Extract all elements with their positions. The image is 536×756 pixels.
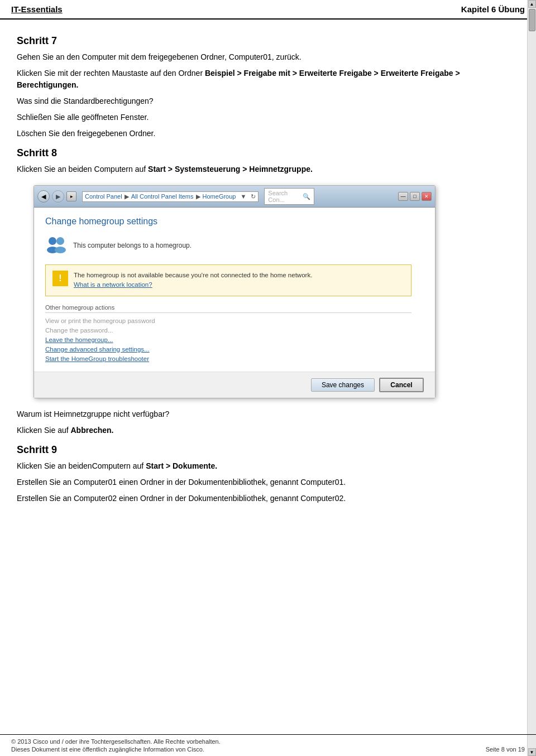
footer-disclaimer: Dieses Dokument ist eine öffentlich zugä… [11, 746, 204, 753]
save-changes-button[interactable]: Save changes [311, 378, 375, 392]
step8-instruction: Klicken Sie auf Abbrechen. [17, 425, 519, 436]
dialog-body: Change homegroup settings [34, 208, 435, 372]
homegroup-belongs-text: This computer belongs to a homegroup. [73, 242, 192, 249]
step8-instruction-bold: Abbrechen. [71, 426, 114, 435]
step8-question: Warum ist Heimnetzgruppe nicht verfügbar… [17, 408, 519, 420]
header-right-title: Kapitel 6 Übung [461, 4, 525, 14]
scroll-up-button[interactable]: ▲ [528, 0, 536, 8]
search-icon: 🔍 [303, 193, 310, 200]
back-button[interactable]: ◀ [37, 190, 50, 203]
forward-icon: ▶ [56, 193, 60, 200]
homegroup-dialog: ◀ ▶ ▸ Control Panel ▶ All Control Panel … [34, 185, 436, 398]
footer-copyright: © 2013 Cisco und / oder ihre Tochtergese… [11, 738, 525, 745]
maximize-icon: □ [413, 194, 416, 199]
step8-block: Schritt 8 Klicken Sie an beiden Computer… [17, 147, 519, 436]
step9-para1-bold: Start > Dokumente. [146, 461, 217, 470]
action-link-1[interactable]: Change the password... [45, 327, 422, 334]
step8-title: Schritt 8 [17, 147, 519, 159]
address-nav-icon[interactable]: ↻ [251, 193, 256, 200]
maximize-button[interactable]: □ [410, 192, 420, 201]
address-part-controlpanel: Control Panel [85, 193, 122, 200]
dialog-scrollbar[interactable]: ▲ ▼ [527, 0, 536, 756]
step7-para2: Klicken Sie mit der rechten Maustaste au… [17, 68, 519, 91]
main-content: Schritt 7 Gehen Sie an den Computer mit … [0, 20, 536, 546]
step9-title: Schritt 9 [17, 444, 519, 456]
step9-para2: Erstellen Sie an Computer01 einen Ordner… [17, 476, 519, 488]
address-bar[interactable]: Control Panel ▶ All Control Panel Items … [82, 191, 259, 202]
footer-bottom: Dieses Dokument ist eine öffentlich zugä… [11, 746, 525, 753]
address-separator1: ▶ [125, 193, 129, 200]
dialog-body-wrapper: Change homegroup settings [34, 208, 435, 372]
action-links-list: View or print the homegroup password Cha… [45, 317, 422, 362]
step7-para2-bold: Beispiel > Freigabe mit > Erweiterte Fre… [17, 69, 460, 89]
minimize-icon: — [401, 194, 406, 199]
footer-page-number: Seite 8 von 19 [486, 746, 525, 753]
step7-para4: Schließen Sie alle geöffneten Fenster. [17, 112, 519, 123]
homegroup-info: This computer belongs to a homegroup. [45, 234, 422, 257]
header-left-title: IT-Essentials [11, 4, 63, 14]
warning-link[interactable]: What is a network location? [74, 281, 152, 288]
step9-block: Schritt 9 Klicken Sie an beidenComputern… [17, 444, 519, 504]
action-link-0[interactable]: View or print the homegroup password [45, 317, 422, 324]
dialog-footer: Save changes Cancel [34, 372, 435, 398]
svg-point-3 [55, 247, 66, 253]
search-text: Search Con... [268, 190, 300, 203]
dropdown-button[interactable]: ▸ [66, 191, 76, 201]
window-controls: — □ ✕ [398, 192, 432, 201]
forward-button[interactable]: ▶ [52, 190, 64, 203]
homegroup-svg-icon [45, 234, 68, 257]
other-actions-title: Other homegroup actions [45, 304, 411, 313]
warning-content: The homegroup is not available because y… [74, 271, 312, 290]
warning-exclamation: ! [59, 273, 61, 283]
step9-para1: Klicken Sie an beidenComputern auf Start… [17, 460, 519, 472]
address-part-homegroup: HomeGroup [203, 193, 236, 200]
search-bar[interactable]: Search Con... 🔍 [264, 188, 314, 205]
scroll-thumb[interactable] [529, 9, 535, 31]
dialog-titlebar: ◀ ▶ ▸ Control Panel ▶ All Control Panel … [34, 186, 435, 208]
close-icon: ✕ [424, 194, 429, 199]
warning-icon: ! [52, 271, 68, 286]
dropdown-icon: ▸ [70, 194, 73, 199]
step8-para1: Klicken Sie an beiden Computern auf Star… [17, 163, 519, 175]
step9-para3: Erstellen Sie an Computer02 einen Ordner… [17, 493, 519, 504]
page-header: IT-Essentials Kapitel 6 Übung [0, 0, 536, 20]
warning-box: ! The homegroup is not available because… [45, 264, 411, 296]
warning-message: The homegroup is not available because y… [74, 272, 312, 278]
address-part-allitems: All Control Panel Items [131, 193, 194, 200]
action-link-3[interactable]: Change advanced sharing settings... [45, 346, 422, 353]
close-button[interactable]: ✕ [422, 192, 432, 201]
change-homegroup-title: Change homegroup settings [45, 216, 422, 227]
dialog-titlebar-left: ◀ ▶ ▸ Control Panel ▶ All Control Panel … [37, 188, 314, 205]
back-icon: ◀ [41, 193, 46, 200]
svg-point-1 [56, 237, 64, 245]
cancel-button[interactable]: Cancel [379, 378, 424, 392]
step7-para3: Was sind die Standardberechtigungen? [17, 95, 519, 107]
address-separator2: ▶ [196, 193, 200, 200]
step7-para5: Löschen Sie den freigegebenen Ordner. [17, 128, 519, 139]
homegroup-icon [45, 234, 68, 257]
action-link-4[interactable]: Start the HomeGroup troubleshooter [45, 355, 422, 362]
svg-point-0 [49, 237, 56, 245]
step8-para1-bold: Start > Systemsteuerung > Heimnetzgruppe… [148, 165, 313, 174]
minimize-button[interactable]: — [398, 192, 408, 201]
action-link-2[interactable]: Leave the homegroup... [45, 336, 422, 343]
page-footer: © 2013 Cisco und / oder ihre Tochtergese… [0, 734, 536, 756]
step7-para1: Gehen Sie an den Computer mit dem freige… [17, 51, 519, 63]
step7-block: Schritt 7 Gehen Sie an den Computer mit … [17, 35, 519, 139]
step7-title: Schritt 7 [17, 35, 519, 47]
address-dropdown-icon[interactable]: ▼ [240, 193, 246, 200]
